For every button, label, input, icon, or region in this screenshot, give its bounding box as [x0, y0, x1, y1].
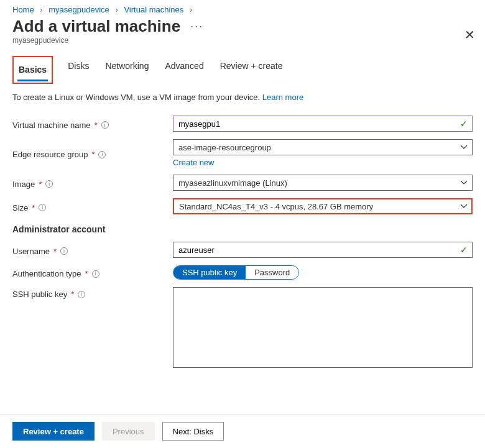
review-create-button[interactable]: Review + create	[12, 422, 95, 441]
auth-password-option[interactable]: Password	[246, 266, 298, 279]
image-select[interactable]: myaseazlinuxvmimage (Linux)	[173, 175, 473, 191]
size-value: Standard_NC4as_T4_v3 - 4 vcpus, 28.67 GB…	[179, 202, 373, 211]
info-icon[interactable]: i	[45, 180, 53, 188]
close-icon[interactable]: ✕	[464, 29, 475, 41]
size-select[interactable]: Standard_NC4as_T4_v3 - 4 vcpus, 28.67 GB…	[173, 198, 473, 214]
required-icon: *	[71, 290, 74, 299]
check-icon: ✓	[460, 245, 468, 255]
label-image: Image * i	[12, 177, 173, 189]
intro-text: To create a Linux or Windows VM, use a V…	[0, 93, 485, 112]
label-username-text: Username	[12, 247, 50, 256]
label-size: Size * i	[12, 201, 173, 213]
vm-name-input[interactable]	[173, 116, 473, 132]
chevron-right-icon: ›	[190, 5, 192, 14]
info-icon[interactable]: i	[92, 270, 99, 278]
required-icon: *	[91, 150, 95, 159]
more-actions-icon[interactable]: ···	[190, 20, 203, 33]
chevron-right-icon: ›	[40, 5, 42, 14]
check-icon: ✓	[460, 119, 468, 129]
image-value: myaseazlinuxvmimage (Linux)	[178, 178, 287, 188]
ssh-public-key-textarea[interactable]	[173, 287, 473, 368]
tab-review[interactable]: Review + create	[219, 56, 284, 84]
auth-ssh-option[interactable]: SSH public key	[173, 266, 246, 279]
auth-type-toggle: SSH public key Password	[173, 265, 299, 280]
breadcrumb-device[interactable]: myasegpudevice	[48, 5, 109, 14]
label-vm-name-text: Virtual machine name	[12, 121, 91, 130]
tab-basics[interactable]: Basics	[17, 60, 48, 81]
required-icon: *	[32, 203, 35, 213]
info-icon[interactable]: i	[60, 247, 68, 255]
intro-text-span: To create a Linux or Windows VM, use a V…	[12, 93, 262, 102]
info-icon[interactable]: i	[39, 204, 46, 211]
tabs: Basics Disks Networking Advanced Review …	[0, 56, 485, 84]
edge-resource-group-select[interactable]: ase-image-resourcegroup	[173, 139, 473, 155]
footer: Review + create Previous Next: Disks	[0, 414, 485, 448]
tab-disks[interactable]: Disks	[67, 56, 90, 84]
breadcrumb: Home › myasegpudevice › Virtual machines…	[0, 0, 485, 14]
required-icon: *	[39, 180, 42, 189]
label-ssh-key: SSH public key * i	[12, 287, 173, 299]
breadcrumb-home[interactable]: Home	[12, 5, 34, 14]
info-icon[interactable]: i	[98, 151, 106, 158]
label-vm-name: Virtual machine name * i	[12, 118, 173, 130]
create-new-link[interactable]: Create new	[173, 158, 214, 167]
chevron-right-icon: ›	[115, 5, 118, 14]
chevron-down-icon	[460, 144, 468, 151]
breadcrumb-vms[interactable]: Virtual machines	[124, 5, 183, 14]
chevron-down-icon	[460, 179, 468, 186]
learn-more-link[interactable]: Learn more	[262, 93, 303, 102]
info-icon[interactable]: i	[101, 121, 109, 129]
label-auth-type: Authentication type * i	[12, 267, 173, 278]
required-icon: *	[53, 247, 57, 256]
add-vm-panel: Home › myasegpudevice › Virtual machines…	[0, 0, 485, 448]
page-subtitle: myasegpudevice	[0, 36, 485, 56]
previous-button: Previous	[102, 422, 155, 441]
label-auth-type-text: Authentication type	[12, 269, 81, 278]
label-erg-text: Edge resource group	[12, 150, 88, 159]
next-disks-button[interactable]: Next: Disks	[162, 422, 224, 441]
page-title: Add a virtual machine	[12, 17, 180, 36]
info-icon[interactable]: i	[78, 291, 85, 298]
username-input[interactable]	[173, 242, 473, 258]
label-erg: Edge resource group * i	[12, 147, 173, 159]
tab-basics-highlight: Basics	[12, 56, 53, 84]
erg-value: ase-image-resourcegroup	[178, 143, 271, 152]
label-username: Username * i	[12, 244, 173, 256]
label-size-text: Size	[12, 203, 28, 213]
tab-advanced[interactable]: Advanced	[164, 56, 205, 84]
chevron-down-icon	[460, 203, 468, 210]
required-icon: *	[85, 269, 88, 278]
required-icon: *	[95, 121, 98, 130]
label-image-text: Image	[12, 180, 35, 189]
administrator-account-heading: Administrator account	[0, 218, 485, 238]
label-ssh-key-text: SSH public key	[12, 290, 67, 299]
tab-networking[interactable]: Networking	[104, 56, 150, 84]
